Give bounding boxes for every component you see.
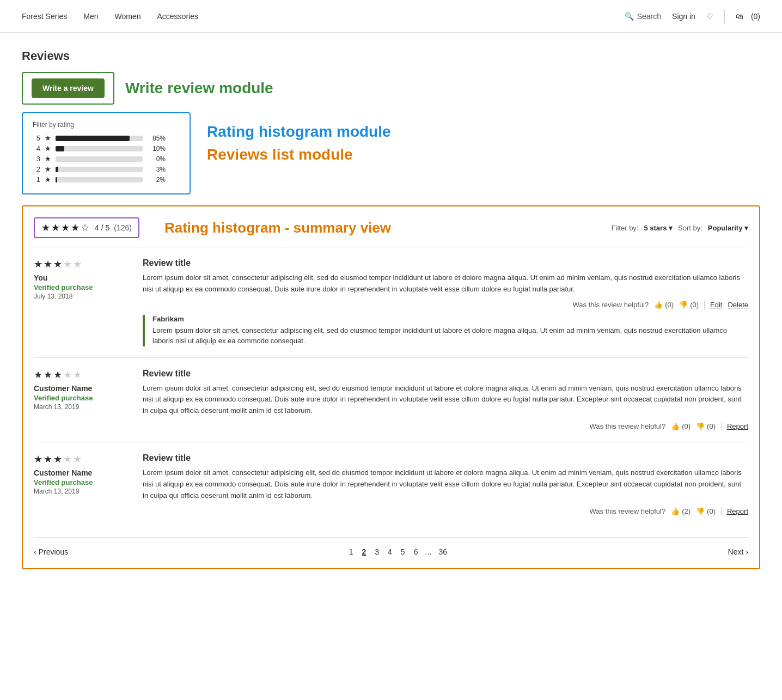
search-button[interactable]: 🔍 Search [625,12,661,21]
thumbs-up-btn-3[interactable]: 👍 (2) [671,507,691,515]
thumbs-up-btn-1[interactable]: 👍 (0) [654,301,674,309]
nav-women[interactable]: Women [114,12,140,21]
review-content-3: Review title Lorem ipsum dolor sit amet,… [143,453,748,515]
thumbs-up-icon-3: 👍 [671,507,680,515]
reviews-list-module-label: Reviews list module [207,146,391,163]
verified-3: Verified purchase [34,478,132,486]
review-meta-2: ★★★★★ Customer Name Verified purchase Ma… [34,369,132,431]
star-icon-4: ★ [45,144,51,153]
nav-accessories[interactable]: Accessories [157,12,198,21]
review-date-3: March 13, 2019 [34,488,132,495]
cart-icon: 🛍 [736,12,743,21]
review-content-1: Review title Lorem ipsum dolor sit amet,… [143,258,748,346]
thumbs-down-btn-1[interactable]: 👎 (0) [679,301,699,309]
report-link-3[interactable]: Report [727,507,748,515]
thumbs-down-icon-1: 👎 [679,301,688,309]
thumbs-down-icon-3: 👎 [696,507,705,515]
filter-value[interactable]: 5 stars ▾ [644,224,673,232]
report-link-2[interactable]: Report [727,422,748,430]
histogram-module-box: Filter by rating 5 ★ 85% 4 ★ 10% 3 ★ 0% [22,112,191,194]
divider-2 [721,422,722,431]
page-3[interactable]: 3 [372,546,381,557]
reviewer-name-2: Customer Name [34,384,132,393]
review-body-1: Lorem ipsum dolor sit amet, consectetur … [143,272,748,295]
review-body-3: Lorem ipsum dolor sit amet, consectetur … [143,467,748,501]
nav-forest-series[interactable]: Forest Series [22,12,67,21]
nav-men[interactable]: Men [83,12,98,21]
page-36[interactable]: 36 [436,546,449,557]
vendor-reply-body-1: Lorem ipsum dolor sit amet, consectetur … [152,325,748,346]
star-icon-2: ★ [45,165,51,173]
vendor-name-1: Fabrikam [152,315,748,323]
review-layout-1: ★★★★★ You Verified purchase July 13, 201… [34,258,748,346]
review-body-2: Lorem ipsum dolor sit amet, consectetur … [143,383,748,417]
review-date-1: July 13, 2018 [34,293,132,300]
bar-bg-2 [56,167,143,172]
sort-by-label: Sort by: [678,224,702,232]
review-card-2: ★★★★★ Customer Name Verified purchase Ma… [34,357,748,442]
page-5[interactable]: 5 [399,546,407,557]
write-review-button[interactable]: Write a review [32,78,105,98]
helpful-text-3: Was this review helpful? [590,507,666,515]
thumbs-down-btn-3[interactable]: 👎 (0) [696,507,716,515]
cart-area[interactable]: 🛍 (0) [736,12,760,21]
reviews-list-module: ★★★★☆ 4 / 5 (126) Rating histogram - sum… [22,205,760,569]
review-card-1: ★★★★★ You Verified purchase July 13, 201… [34,247,748,357]
pct-2: 3% [147,166,166,173]
search-label: Search [637,12,661,21]
write-review-module-box: Write a review [22,72,114,105]
thumbs-up-count-2: (0) [682,422,691,430]
wishlist-icon[interactable]: ♡ [706,12,713,21]
review-meta-3: ★★★★★ Customer Name Verified purchase Ma… [34,453,132,515]
review-title-1: Review title [143,258,748,268]
delete-link-1[interactable]: Delete [728,301,748,309]
histogram-module-label: Rating histogram module [207,123,391,141]
star-icon-1: ★ [45,175,51,184]
thumbs-down-count-2: (0) [707,422,716,430]
review-actions-2: Was this review helpful? 👍 (0) 👎 (0) Rep… [143,422,748,431]
bar-bg-5 [56,136,143,141]
star-num-1: 1 [33,175,40,184]
cart-count: (0) [751,12,760,21]
nav-links: Forest Series Men Women Accessories [22,12,198,21]
bar-fill-1 [56,177,57,182]
page-numbers: 1 2 3 4 5 6 … 36 [347,546,449,557]
helpful-text-2: Was this review helpful? [590,422,666,430]
histogram-row-5[interactable]: 5 ★ 85% [33,134,180,142]
page-6[interactable]: 6 [412,546,420,557]
review-stars-1: ★★★★★ [34,258,132,270]
write-review-module-label: Write review module [125,80,273,97]
page-4[interactable]: 4 [386,546,394,557]
review-actions-1: Was this review helpful? 👍 (0) 👎 (0) Edi… [143,301,748,309]
page-title: Reviews [22,49,760,63]
page-1[interactable]: 1 [347,546,356,557]
sort-value[interactable]: Popularity ▾ [708,224,748,232]
star-icon-3: ★ [45,155,51,163]
histogram-row-1[interactable]: 1 ★ 2% [33,175,180,184]
helpful-text-1: Was this review helpful? [573,301,649,309]
edit-link-1[interactable]: Edit [710,301,722,309]
review-content-2: Review title Lorem ipsum dolor sit amet,… [143,369,748,431]
review-layout-3: ★★★★★ Customer Name Verified purchase Ma… [34,453,748,515]
thumbs-down-count-1: (0) [690,301,699,309]
page-ellipsis: … [424,547,432,556]
review-stars-3: ★★★★★ [34,453,132,465]
histogram-row-4[interactable]: 4 ★ 10% [33,144,180,153]
review-date-2: March 13, 2019 [34,403,132,411]
review-card-3: ★★★★★ Customer Name Verified purchase Ma… [34,442,748,526]
star-num-2: 2 [33,165,40,173]
histogram-row-3[interactable]: 3 ★ 0% [33,155,180,163]
main-content: Reviews Write a review Write review modu… [0,33,782,586]
pct-1: 2% [147,176,166,184]
thumbs-up-btn-2[interactable]: 👍 (0) [671,422,691,430]
histogram-row: Filter by rating 5 ★ 85% 4 ★ 10% 3 ★ 0% [22,112,760,194]
summary-stars-box: ★★★★☆ 4 / 5 (126) [34,217,139,238]
prev-button[interactable]: ‹ Previous [34,547,68,556]
page-2[interactable]: 2 [359,546,368,557]
nav-divider [724,10,725,23]
histogram-row-2[interactable]: 2 ★ 3% [33,165,180,173]
thumbs-down-btn-2[interactable]: 👎 (0) [696,422,716,430]
signin-button[interactable]: Sign in [672,12,695,21]
next-button[interactable]: Next › [728,547,748,556]
thumbs-down-icon-2: 👎 [696,422,705,430]
